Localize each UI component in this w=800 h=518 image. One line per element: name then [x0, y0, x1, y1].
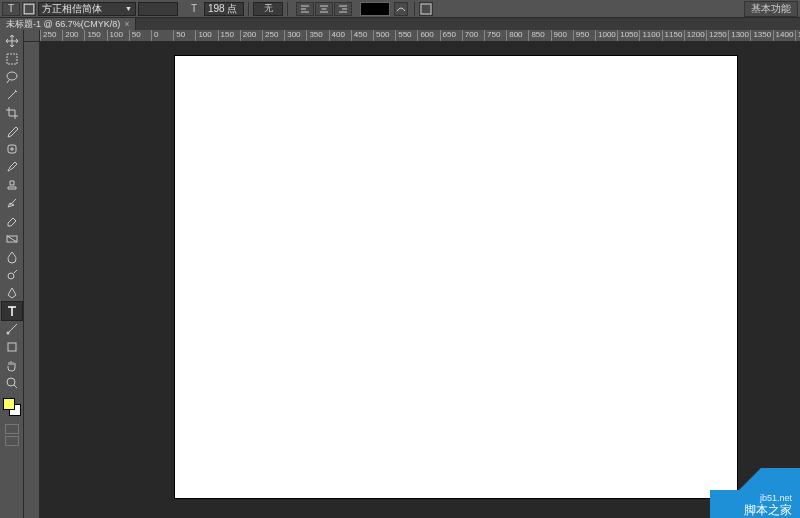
ruler-tick: 1050	[617, 30, 638, 42]
shape-tool[interactable]	[2, 338, 22, 356]
options-tool-indicator: T	[2, 2, 20, 16]
svg-rect-1	[421, 4, 431, 14]
watermark-text: 脚本之家	[744, 504, 792, 517]
ruler-tick: 100	[107, 30, 123, 42]
workspace-select[interactable]: 基本功能	[744, 1, 798, 17]
eraser-tool[interactable]	[2, 212, 22, 230]
lasso-tool[interactable]	[2, 68, 22, 86]
document-tab-bar: 未标题-1 @ 66.7%(CMYK/8) ×	[0, 18, 800, 30]
ruler-tick: 250	[262, 30, 278, 42]
ruler-tick: 150	[218, 30, 234, 42]
ruler-tick: 100	[195, 30, 211, 42]
stamp-tool[interactable]	[2, 176, 22, 194]
font-size-icon: T	[184, 3, 204, 14]
ruler-tick: 850	[528, 30, 544, 42]
vertical-ruler[interactable]	[24, 42, 40, 518]
marquee-tool[interactable]	[2, 50, 22, 68]
ruler-origin[interactable]	[24, 30, 40, 42]
gradient-tool[interactable]	[2, 230, 22, 248]
separator	[414, 2, 415, 16]
canvas-viewport[interactable]	[40, 42, 800, 518]
ruler-tick: 200	[62, 30, 78, 42]
toolbox	[0, 30, 24, 518]
font-family-select[interactable]: 方正相信简体 ▼	[38, 2, 136, 16]
watermark-label: jb51.net 脚本之家	[710, 490, 800, 518]
watermark-fold	[710, 468, 800, 490]
chevron-down-icon: ▼	[125, 5, 132, 12]
ruler-tick: 600	[417, 30, 433, 42]
warp-text-button[interactable]	[394, 2, 408, 16]
ruler-tick: 400	[329, 30, 345, 42]
mask-mode-group	[0, 424, 23, 446]
ruler-tick: 1350	[750, 30, 771, 42]
blur-tool[interactable]	[2, 248, 22, 266]
ruler-tick: 200	[240, 30, 256, 42]
ruler-tick: 1200	[684, 30, 705, 42]
color-picker[interactable]	[0, 396, 23, 420]
workspace: 2502001501005005010015020025030035040045…	[0, 30, 800, 518]
svg-rect-0	[24, 4, 34, 14]
canvas[interactable]	[175, 56, 737, 498]
font-style-select[interactable]	[138, 2, 178, 16]
wand-tool[interactable]	[2, 86, 22, 104]
ruler-tick: 900	[551, 30, 567, 42]
horizontal-ruler[interactable]: 2502001501005005010015020025030035040045…	[40, 30, 800, 42]
ruler-tick: 50	[173, 30, 185, 42]
text-color-swatch[interactable]	[360, 2, 390, 16]
svg-point-3	[7, 72, 17, 80]
separator	[287, 2, 288, 16]
svg-point-9	[7, 378, 15, 386]
font-family-value: 方正相信简体	[42, 2, 102, 16]
svg-rect-2	[7, 54, 17, 64]
ruler-tick: 0	[151, 30, 158, 42]
ruler-tick: 1250	[706, 30, 727, 42]
ruler-tick: 50	[129, 30, 141, 42]
svg-point-6	[8, 273, 14, 279]
ruler-tick: 250	[40, 30, 56, 42]
ruler-tick: 1150	[662, 30, 683, 42]
type-tool[interactable]	[2, 302, 22, 320]
ruler-tick: 450	[351, 30, 367, 42]
align-center-button[interactable]	[315, 2, 333, 16]
character-panel-button[interactable]	[419, 2, 433, 16]
ruler-tick: 150	[84, 30, 100, 42]
ruler-tick: 500	[373, 30, 389, 42]
crop-tool[interactable]	[2, 104, 22, 122]
dodge-tool[interactable]	[2, 266, 22, 284]
eyedropper-tool[interactable]	[2, 122, 22, 140]
separator	[248, 2, 249, 16]
move-tool[interactable]	[2, 32, 22, 50]
anti-alias-select[interactable]: 无	[253, 2, 283, 16]
svg-point-7	[6, 332, 9, 335]
pen-tool[interactable]	[2, 284, 22, 302]
text-align-group	[296, 2, 352, 16]
ruler-tick: 950	[573, 30, 589, 42]
path-tool[interactable]	[2, 320, 22, 338]
align-left-button[interactable]	[296, 2, 314, 16]
brush-tool[interactable]	[2, 158, 22, 176]
close-icon[interactable]: ×	[124, 19, 129, 29]
ruler-tick: 1400	[773, 30, 794, 42]
ruler-tick: 1100	[639, 30, 660, 42]
document-tab[interactable]: 未标题-1 @ 66.7%(CMYK/8) ×	[0, 18, 136, 30]
ruler-tick: 550	[395, 30, 411, 42]
document-tab-title: 未标题-1 @ 66.7%(CMYK/8)	[6, 18, 120, 31]
standard-mode-button[interactable]	[5, 424, 19, 434]
history-brush-tool[interactable]	[2, 194, 22, 212]
hand-tool[interactable]	[2, 356, 22, 374]
foreground-color-swatch[interactable]	[3, 398, 15, 410]
align-right-button[interactable]	[334, 2, 352, 16]
ruler-tick: 145	[795, 30, 800, 42]
font-size-input[interactable]: 198 点	[204, 2, 244, 16]
ruler-tick: 800	[506, 30, 522, 42]
font-size-value: 198 点	[208, 2, 237, 16]
zoom-tool[interactable]	[2, 374, 22, 392]
ruler-tick: 750	[484, 30, 500, 42]
ruler-tick: 1000	[595, 30, 616, 42]
quickmask-mode-button[interactable]	[5, 436, 19, 446]
document-view: 2502001501005005010015020025030035040045…	[24, 30, 800, 518]
healing-tool[interactable]	[2, 140, 22, 158]
toggle-orientation-button[interactable]	[22, 2, 36, 16]
ruler-tick: 700	[462, 30, 478, 42]
watermark: jb51.net 脚本之家	[710, 468, 800, 518]
